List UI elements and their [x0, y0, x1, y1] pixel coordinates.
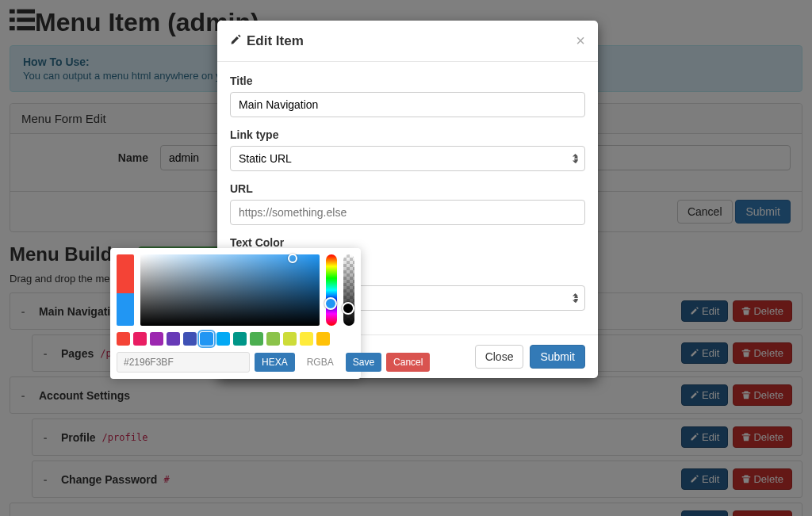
link-type-select[interactable]: Static URL — [230, 146, 585, 171]
link-type-label: Link type — [230, 128, 585, 141]
hex-input[interactable] — [117, 352, 250, 373]
color-swatch[interactable] — [133, 332, 147, 346]
color-swatch[interactable] — [200, 332, 213, 346]
title-input[interactable] — [230, 92, 585, 117]
modal-submit-button[interactable]: Submit — [530, 345, 585, 369]
color-swatch[interactable] — [300, 332, 313, 346]
color-swatch[interactable] — [167, 332, 180, 346]
color-swatch[interactable] — [266, 332, 280, 346]
url-label: URL — [230, 182, 585, 195]
color-preview — [117, 254, 134, 326]
saturation-canvas[interactable] — [140, 254, 320, 326]
hue-thumb[interactable] — [324, 297, 337, 310]
color-swatch[interactable] — [216, 332, 230, 346]
chevron-updown-icon: ▴▾ — [574, 293, 578, 303]
modal-title: Edit Item — [247, 33, 304, 49]
title-label: Title — [230, 75, 585, 87]
swatch-row — [117, 332, 354, 346]
color-swatch[interactable] — [183, 332, 197, 346]
chevron-updown-icon: ▴▾ — [574, 154, 578, 163]
modal-close-button[interactable]: Close — [475, 345, 524, 369]
color-swatch[interactable] — [283, 332, 297, 346]
color-swatch[interactable] — [233, 332, 247, 346]
url-input[interactable] — [230, 200, 585, 225]
alpha-thumb[interactable] — [342, 302, 354, 315]
color-swatch[interactable] — [250, 332, 263, 346]
color-swatch[interactable] — [117, 332, 130, 346]
color-picker: HEXA RGBA Save Cancel — [110, 248, 361, 379]
edit-icon — [230, 33, 242, 49]
picker-cancel-button[interactable]: Cancel — [386, 353, 430, 372]
picker-save-button[interactable]: Save — [346, 353, 381, 372]
hue-slider[interactable] — [326, 254, 337, 326]
canvas-cursor[interactable] — [288, 254, 297, 263]
color-swatch[interactable] — [316, 332, 330, 346]
color-swatch[interactable] — [150, 332, 163, 346]
hexa-tab[interactable]: HEXA — [255, 353, 295, 372]
alpha-slider[interactable] — [343, 254, 354, 326]
rgba-tab[interactable]: RGBA — [300, 353, 341, 372]
text-color-label: Text Color — [230, 236, 585, 249]
close-icon[interactable]: × — [576, 32, 585, 50]
